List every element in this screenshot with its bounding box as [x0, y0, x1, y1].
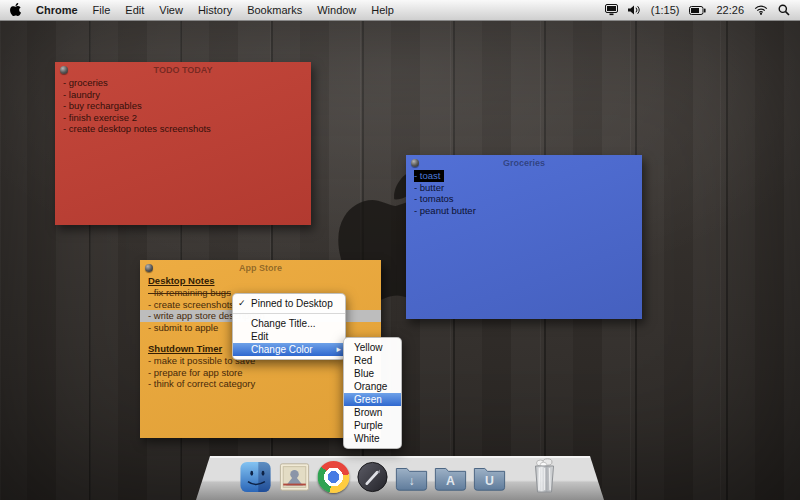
volume-icon[interactable]	[628, 5, 641, 15]
menu-bar-left: Chrome File Edit View History Bookmarks …	[0, 3, 394, 18]
menu-file[interactable]: File	[93, 4, 111, 16]
search-icon[interactable]	[778, 4, 790, 16]
note-line[interactable]: - groceries	[63, 77, 303, 89]
menu-edit[interactable]: Edit	[125, 4, 144, 16]
note-line[interactable]: - buy rechargables	[63, 100, 303, 112]
note-line[interactable]: - create desktop notes screenshots	[63, 123, 303, 135]
dock-utilities-folder-icon[interactable]: U	[473, 459, 507, 493]
note-title: TODO TODAY	[55, 65, 311, 75]
note-line[interactable]: - prepare for app store	[148, 367, 373, 379]
submenu-item-orange[interactable]: Orange	[344, 380, 401, 393]
display-icon[interactable]	[605, 4, 618, 16]
menu-item-change-color[interactable]: Change Color▸	[233, 343, 345, 356]
utilities-glyph: U	[485, 475, 494, 489]
apple-menu-icon[interactable]	[10, 3, 21, 18]
check-icon: ✓	[238, 298, 246, 309]
menu-app-name[interactable]: Chrome	[36, 4, 78, 16]
dock-applications-folder-icon[interactable]: A	[434, 459, 468, 493]
dock: ↓ A U	[0, 444, 800, 500]
note-groceries[interactable]: Groceries - toast - butter - tomatos - p…	[406, 155, 642, 319]
note-line[interactable]: - peanut butter	[414, 205, 634, 217]
menu-item-edit[interactable]: Edit	[233, 330, 345, 343]
note-title: Groceries	[406, 158, 642, 168]
note-line[interactable]: - tomatos	[414, 193, 634, 205]
menu-window[interactable]: Window	[317, 4, 356, 16]
note-title: App Store	[140, 263, 381, 273]
color-submenu: Yellow Red Blue Orange Green Brown Purpl…	[343, 337, 402, 449]
menu-bar: Chrome File Edit View History Bookmarks …	[0, 0, 800, 21]
battery-icon[interactable]	[689, 6, 706, 15]
menu-item-change-title[interactable]: Change Title...	[233, 317, 345, 330]
menu-bookmarks[interactable]: Bookmarks	[247, 4, 302, 16]
menu-bar-status: (1:15) 22:26	[605, 4, 800, 16]
menu-item-pinned-to-desktop[interactable]: ✓Pinned to Desktop	[233, 297, 345, 310]
note-line[interactable]: - finish exercise 2	[63, 112, 303, 124]
submenu-item-blue[interactable]: Blue	[344, 367, 401, 380]
dock-icons: ↓ A U	[239, 459, 562, 493]
menu-history[interactable]: History	[198, 4, 232, 16]
note-line-selected[interactable]: - toast	[414, 170, 444, 182]
menu-view[interactable]: View	[159, 4, 183, 16]
submenu-item-purple[interactable]: Purple	[344, 419, 401, 432]
submenu-item-brown[interactable]: Brown	[344, 406, 401, 419]
dock-ink-icon[interactable]	[356, 459, 390, 493]
clock[interactable]: 22:26	[716, 4, 744, 16]
submenu-arrow-icon: ▸	[336, 344, 341, 355]
note-heading[interactable]: Desktop Notes	[148, 275, 373, 287]
dock-trash-icon[interactable]	[528, 459, 562, 493]
applications-glyph: A	[446, 475, 455, 489]
menu-separator	[233, 313, 345, 314]
battery-time-label: (1:15)	[651, 4, 680, 16]
submenu-item-red[interactable]: Red	[344, 354, 401, 367]
dock-mail-icon[interactable]	[278, 459, 312, 493]
downloads-glyph: ↓	[408, 475, 414, 489]
dock-downloads-folder-icon[interactable]: ↓	[395, 459, 429, 493]
menu-help[interactable]: Help	[371, 4, 394, 16]
submenu-item-yellow[interactable]: Yellow	[344, 341, 401, 354]
dock-chrome-icon[interactable]	[317, 459, 351, 493]
dock-finder-icon[interactable]	[239, 459, 273, 493]
note-line[interactable]: - think of correct category	[148, 378, 373, 390]
wifi-icon[interactable]	[754, 5, 768, 15]
submenu-item-green[interactable]: Green	[344, 393, 401, 406]
submenu-item-white[interactable]: White	[344, 432, 401, 445]
context-menu: ✓Pinned to Desktop Change Title... Edit …	[232, 293, 346, 360]
note-todo-today[interactable]: TODO TODAY - groceries - laundry - buy r…	[55, 62, 311, 225]
note-line[interactable]: - laundry	[63, 89, 303, 101]
desktop: Chrome File Edit View History Bookmarks …	[0, 0, 800, 500]
note-line[interactable]: - butter	[414, 182, 634, 194]
